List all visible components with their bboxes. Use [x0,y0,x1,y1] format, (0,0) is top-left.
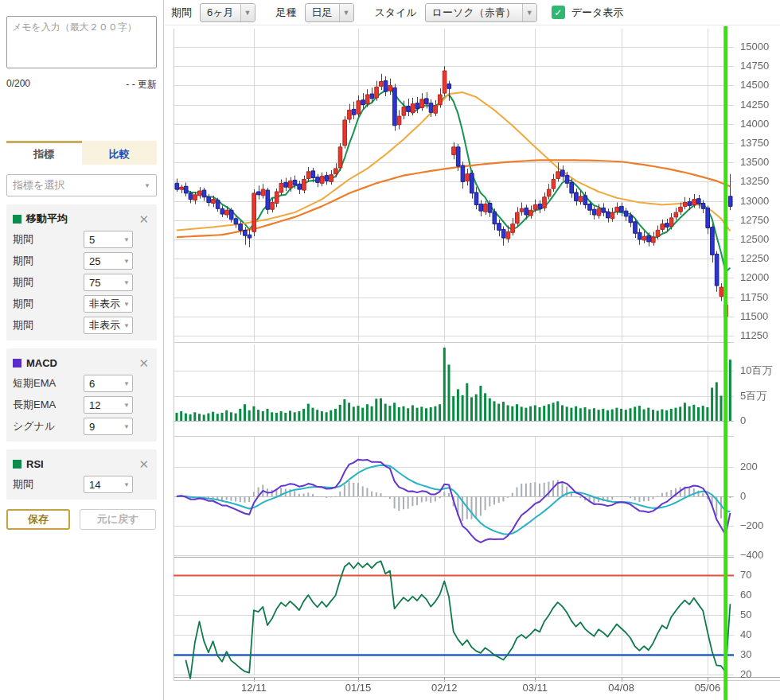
indicator-select-placeholder: 指標を選択 [13,178,64,192]
data-display-label: データ表示 [571,6,624,20]
chevron-down-icon: ▼ [123,236,130,243]
period-select[interactable]: 6ヶ月 ▼ [200,3,255,22]
chevron-down-icon: ▼ [240,4,255,21]
memo-char-counter: 0/200 [6,78,30,91]
ma-period1-label: 期間 [13,232,33,247]
ma-period1-select[interactable]: 5▼ [84,231,133,248]
indicator-select[interactable]: 指標を選択 ▼ [6,174,157,196]
chevron-down-icon: ▼ [123,301,130,308]
ma-period3-select[interactable]: 75▼ [84,274,133,291]
chevron-down-icon: ▼ [123,279,130,286]
macd-card: MACD ✕ 短期EMA 6▼ 長期EMA 12▼ シグナル 9▼ [6,348,157,441]
sidebar-tabs: 指標 比較 [6,141,157,165]
sidebar: 0/200 - - 更新 指標 比較 指標を選択 ▼ 移動平均 ✕ 期間 5▼ … [0,0,164,700]
moving-average-card: 移動平均 ✕ 期間 5▼ 期間 25▼ 期間 75▼ 期間 非表示▼ 期間 非表… [6,204,157,340]
stock-chart-app: 0/200 - - 更新 指標 比較 指標を選択 ▼ 移動平均 ✕ 期間 5▼ … [0,0,780,700]
macd-card-title: MACD [26,357,137,369]
chevron-down-icon: ▼ [123,258,130,265]
ma-period2-label: 期間 [13,254,33,268]
chevron-down-icon: ▼ [123,423,130,430]
rsi-card-title: RSI [26,458,137,470]
ma-marker-icon [13,215,21,224]
bartype-select[interactable]: 日足 ▼ [305,3,354,22]
stock-chart-canvas[interactable] [165,26,780,700]
period-label: 期間 [171,6,192,20]
memo-update-label: - - 更新 [126,78,157,91]
macd-marker-icon [13,359,21,368]
macd-slow-select[interactable]: 12▼ [84,396,133,414]
close-icon[interactable]: ✕ [137,357,150,369]
chart-region: 期間 6ヶ月 ▼ 足種 日足 ▼ スタイル ローソク（赤青） ▼ ✓ データ表示 [165,0,780,700]
rsi-marker-icon [13,460,21,469]
save-button[interactable]: 保存 [6,509,70,530]
rsi-period-select[interactable]: 14▼ [84,476,133,493]
rsi-card: RSI ✕ 期間 14▼ [6,449,157,500]
macd-fast-select[interactable]: 6▼ [84,375,133,392]
chart-toolbar: 期間 6ヶ月 ▼ 足種 日足 ▼ スタイル ローソク（赤青） ▼ ✓ データ表示 [165,0,780,25]
chevron-down-icon: ▼ [522,4,536,21]
ma-period5-label: 期間 [13,318,33,332]
memo-input[interactable] [6,16,157,68]
close-icon[interactable]: ✕ [137,213,150,225]
chevron-down-icon: ▼ [123,402,130,409]
macd-signal-label: シグナル [13,419,55,434]
chevron-down-icon: ▼ [123,380,130,387]
macd-slow-label: 長期EMA [13,398,56,412]
ma-period4-select[interactable]: 非表示▼ [84,295,133,313]
ma-period2-select[interactable]: 25▼ [84,252,133,270]
close-icon[interactable]: ✕ [137,458,150,470]
ma-period4-label: 期間 [13,297,33,311]
chevron-down-icon: ▼ [339,4,353,21]
ma-card-title: 移動平均 [26,212,137,226]
ma-period3-label: 期間 [13,275,33,290]
bartype-label: 足種 [276,6,297,20]
rsi-period-label: 期間 [13,477,33,492]
tab-indicators[interactable]: 指標 [6,141,82,165]
chevron-down-icon: ▼ [144,182,150,189]
tab-compare[interactable]: 比較 [82,141,158,165]
reset-button[interactable]: 元に戻す [80,509,156,530]
macd-signal-select[interactable]: 9▼ [84,418,133,435]
macd-fast-label: 短期EMA [13,376,56,391]
style-label: スタイル [375,6,417,20]
chevron-down-icon: ▼ [123,322,130,329]
style-select[interactable]: ローソク（赤青） ▼ [425,3,537,22]
chevron-down-icon: ▼ [123,481,130,488]
data-display-checkbox[interactable]: ✓ [552,6,565,19]
ma-period5-select[interactable]: 非表示▼ [84,317,133,334]
